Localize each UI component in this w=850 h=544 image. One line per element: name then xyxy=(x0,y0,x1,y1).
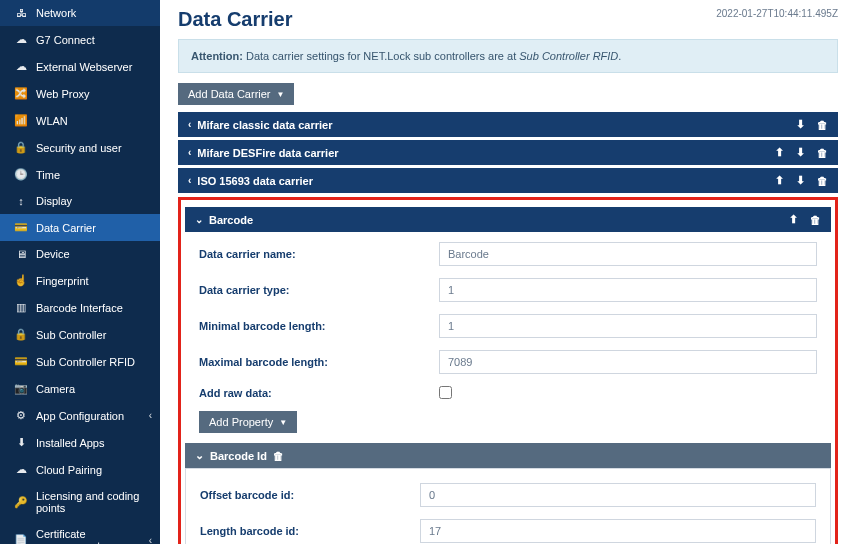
sidebar-icon: 📄 xyxy=(14,534,28,545)
notice-tail: . xyxy=(618,50,621,62)
type-input[interactable] xyxy=(439,278,817,302)
sidebar-icon: 🕒 xyxy=(14,168,28,181)
sidebar-item-label: Licensing and coding points xyxy=(36,490,150,514)
trash-icon[interactable]: 🗑 xyxy=(817,147,828,159)
sidebar-item-cloud-pairing[interactable]: ☁Cloud Pairing xyxy=(0,456,160,483)
sidebar-item-web-proxy[interactable]: 🔀Web Proxy xyxy=(0,80,160,107)
down-icon[interactable]: ⬇ xyxy=(796,118,805,131)
sidebar-item-label: Installed Apps xyxy=(36,437,105,449)
max-input[interactable] xyxy=(439,350,817,374)
sidebar-item-label: Time xyxy=(36,169,60,181)
chevron-icon: ‹ xyxy=(188,175,191,186)
offset-input[interactable] xyxy=(420,483,816,507)
sidebar-item-network[interactable]: 🖧Network xyxy=(0,0,160,26)
sidebar-icon: 🔀 xyxy=(14,87,28,100)
sidebar-item-app-configuration[interactable]: ⚙App Configuration‹ xyxy=(0,402,160,429)
sidebar-icon: 📶 xyxy=(14,114,28,127)
sidebar-item-display[interactable]: ↕Display xyxy=(0,188,160,214)
carrier-header-0[interactable]: ‹Mifare classic data carrier⬇🗑 xyxy=(178,112,838,137)
carrier-title: Mifare classic data carrier xyxy=(197,119,784,131)
carrier-header-1[interactable]: ‹Mifare DESFire data carrier⬆⬇🗑 xyxy=(178,140,838,165)
carrier-header-3[interactable]: ⌄Barcode⬆🗑 xyxy=(185,207,831,232)
sidebar-item-sub-controller-rfid[interactable]: 💳Sub Controller RFID xyxy=(0,348,160,375)
sidebar-item-label: Camera xyxy=(36,383,75,395)
add-raw-label: Add raw data: xyxy=(199,387,439,399)
add-raw-checkbox[interactable] xyxy=(439,386,452,399)
sidebar-item-label: External Webserver xyxy=(36,61,132,73)
name-label: Data carrier name: xyxy=(199,248,439,260)
caret-down-icon: ▼ xyxy=(277,90,285,99)
sidebar-item-wlan[interactable]: 📶WLAN xyxy=(0,107,160,134)
sidebar-item-label: WLAN xyxy=(36,115,68,127)
page-title: Data Carrier xyxy=(178,8,293,31)
add-data-carrier-button[interactable]: Add Data Carrier ▼ xyxy=(178,83,294,105)
sidebar-icon: 🖥 xyxy=(14,248,28,260)
length-label: Length barcode id: xyxy=(200,525,420,537)
sidebar-item-device[interactable]: 🖥Device xyxy=(0,241,160,267)
up-icon[interactable]: ⬆ xyxy=(775,146,784,159)
sidebar-item-sub-controller[interactable]: 🔒Sub Controller xyxy=(0,321,160,348)
down-icon[interactable]: ⬇ xyxy=(796,174,805,187)
notice-link[interactable]: Sub Controller RFID xyxy=(519,50,618,62)
offset-label: Offset barcode id: xyxy=(200,489,420,501)
sidebar-icon: 💳 xyxy=(14,221,28,234)
sidebar-icon: ☁ xyxy=(14,33,28,46)
main-content: Data Carrier 2022-01-27T10:44:11.495Z At… xyxy=(160,0,850,544)
trash-icon[interactable]: 🗑 xyxy=(810,214,821,226)
sidebar-item-external-webserver[interactable]: ☁External Webserver xyxy=(0,53,160,80)
sidebar-item-installed-apps[interactable]: ⬇Installed Apps xyxy=(0,429,160,456)
attention-notice: Attention: Data carrier settings for NET… xyxy=(178,39,838,73)
chevron-icon: ⌄ xyxy=(195,214,203,225)
sidebar-item-fingerprint[interactable]: ☝Fingerprint xyxy=(0,267,160,294)
sidebar-item-time[interactable]: 🕒Time xyxy=(0,161,160,188)
sidebar-item-security-and-user[interactable]: 🔒Security and user xyxy=(0,134,160,161)
sidebar-item-label: Security and user xyxy=(36,142,122,154)
carrier-header-2[interactable]: ‹ISO 15693 data carrier⬆⬇🗑 xyxy=(178,168,838,193)
barcode-form: Data carrier name:Data carrier type:Mini… xyxy=(185,232,831,441)
timestamp: 2022-01-27T10:44:11.495Z xyxy=(716,8,838,19)
sidebar-item-label: Network xyxy=(36,7,76,19)
chevron-icon: ‹ xyxy=(188,147,191,158)
sidebar-icon: 💳 xyxy=(14,355,28,368)
sidebar-item-data-carrier[interactable]: 💳Data Carrier xyxy=(0,214,160,241)
up-icon[interactable]: ⬆ xyxy=(775,174,784,187)
trash-icon[interactable]: 🗑 xyxy=(273,450,284,462)
sidebar-item-label: G7 Connect xyxy=(36,34,95,46)
carrier-title: Barcode xyxy=(209,214,777,226)
chevron-left-icon: ‹ xyxy=(149,410,152,421)
sidebar-item-g7-connect[interactable]: ☁G7 Connect xyxy=(0,26,160,53)
sidebar-item-label: Data Carrier xyxy=(36,222,96,234)
chevron-icon: ‹ xyxy=(188,119,191,130)
add-property-button[interactable]: Add Property ▼ xyxy=(199,411,297,433)
trash-icon[interactable]: 🗑 xyxy=(817,175,828,187)
sidebar-icon: ☁ xyxy=(14,60,28,73)
sidebar-item-certificate-management[interactable]: 📄Certificate management‹ xyxy=(0,521,160,544)
sidebar-item-camera[interactable]: 📷Camera xyxy=(0,375,160,402)
trash-icon[interactable]: 🗑 xyxy=(817,119,828,131)
sidebar-item-label: Barcode Interface xyxy=(36,302,123,314)
add-data-carrier-label: Add Data Carrier xyxy=(188,88,271,100)
sidebar-icon: ▥ xyxy=(14,301,28,314)
sidebar-item-barcode-interface[interactable]: ▥Barcode Interface xyxy=(0,294,160,321)
sidebar-icon: ↕ xyxy=(14,195,28,207)
sidebar-icon: 🖧 xyxy=(14,7,28,19)
sidebar-item-label: Cloud Pairing xyxy=(36,464,102,476)
chevron-left-icon: ‹ xyxy=(149,535,152,545)
length-input[interactable] xyxy=(420,519,816,543)
sidebar-item-label: Fingerprint xyxy=(36,275,89,287)
sidebar-item-label: Display xyxy=(36,195,72,207)
down-icon[interactable]: ⬇ xyxy=(796,146,805,159)
max-label: Maximal barcode length: xyxy=(199,356,439,368)
notice-bold: Attention: xyxy=(191,50,243,62)
carrier-title: Mifare DESFire data carrier xyxy=(197,147,763,159)
sidebar-item-label: Web Proxy xyxy=(36,88,90,100)
sidebar-item-licensing-and-coding-points[interactable]: 🔑Licensing and coding points xyxy=(0,483,160,521)
name-input[interactable] xyxy=(439,242,817,266)
sidebar-icon: 🔒 xyxy=(14,328,28,341)
up-icon[interactable]: ⬆ xyxy=(789,213,798,226)
min-input[interactable] xyxy=(439,314,817,338)
barcode-id-panel: Offset barcode id:Length barcode id:Conv… xyxy=(185,468,831,544)
sidebar-item-label: Sub Controller RFID xyxy=(36,356,135,368)
barcode-id-header[interactable]: ⌄Barcode Id🗑 xyxy=(185,443,831,468)
carrier-title: ISO 15693 data carrier xyxy=(197,175,763,187)
